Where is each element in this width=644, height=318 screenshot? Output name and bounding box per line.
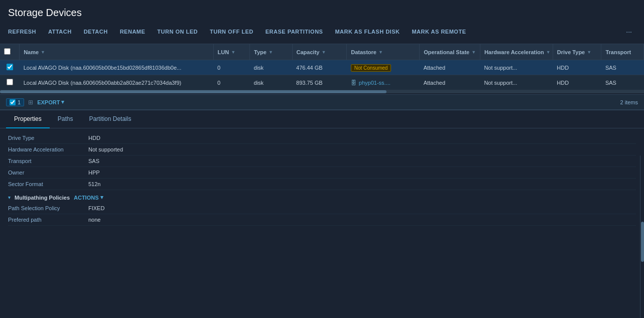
rename-button[interactable]: RENAME bbox=[114, 27, 152, 37]
table-row[interactable]: Local AVAGO Disk (naa.600605b00be15bd028… bbox=[0, 60, 644, 75]
multipathing-chevron-icon[interactable]: ▾ bbox=[8, 195, 11, 200]
storage-table: Name ▼ LUN ▼ Type ▼ bbox=[0, 44, 644, 90]
opstate-column-header: Operational State ▼ bbox=[420, 44, 480, 60]
export-label: EXPORT bbox=[37, 99, 60, 105]
prop-label-sector-format: Sector Format bbox=[8, 181, 88, 187]
refresh-button[interactable]: REFRESH bbox=[8, 27, 42, 37]
selected-badge-checkbox[interactable] bbox=[10, 99, 16, 105]
row-lun: 0 bbox=[213, 60, 249, 75]
row-checkbox-cell[interactable] bbox=[0, 75, 20, 90]
storage-table-container: Name ▼ LUN ▼ Type ▼ bbox=[0, 44, 644, 109]
items-count: 2 items bbox=[620, 99, 638, 105]
page-header: Storage Devices REFRESH ATTACH DETACH RE… bbox=[0, 0, 644, 44]
prop-label-hw-accel: Hardware Acceleration bbox=[8, 146, 88, 152]
datastore-filter-icon[interactable]: ▼ bbox=[378, 50, 383, 55]
more-options-button[interactable]: ··· bbox=[622, 26, 636, 38]
prop-owner: Owner HPP bbox=[8, 167, 636, 179]
selected-count: 1 bbox=[18, 99, 21, 105]
vertical-scrollbar[interactable] bbox=[640, 155, 644, 318]
mark-flash-disk-button[interactable]: MARK AS FLASH DISK bbox=[329, 27, 406, 37]
not-consumed-badge: Not Consumed bbox=[351, 64, 392, 72]
export-button[interactable]: EXPORT ▾ bbox=[37, 99, 64, 105]
type-column-header: Type ▼ bbox=[250, 44, 293, 60]
row-drivetype: HDD bbox=[553, 60, 601, 75]
vertical-scrollbar-thumb[interactable] bbox=[641, 222, 644, 262]
tab-partition-details[interactable]: Partition Details bbox=[81, 110, 139, 128]
actions-chevron-icon: ▾ bbox=[100, 194, 103, 201]
row-checkbox[interactable] bbox=[7, 64, 13, 70]
row-capacity: 476.44 GB bbox=[292, 60, 347, 75]
row-opstate: Attached bbox=[420, 60, 480, 75]
select-all-header[interactable] bbox=[0, 44, 20, 60]
tab-paths[interactable]: Paths bbox=[50, 110, 81, 128]
attach-button[interactable]: ATTACH bbox=[42, 27, 78, 37]
row-hwaccel: Not support... bbox=[480, 75, 553, 90]
properties-section: Properties Paths Partition Details Drive… bbox=[0, 109, 644, 230]
tabs-bar: Properties Paths Partition Details bbox=[0, 110, 644, 128]
tab-properties[interactable]: Properties bbox=[6, 110, 50, 128]
prop-value-sector-format: 512n bbox=[88, 181, 100, 187]
row-name: Local AVAGO Disk (naa.600605b00be15bd028… bbox=[20, 60, 213, 75]
name-header-label: Name bbox=[24, 49, 39, 55]
multipathing-section-header: ▾ Multipathing Policies ACTIONS ▾ bbox=[8, 190, 636, 203]
prop-label-transport: Transport bbox=[8, 158, 88, 164]
prop-value-path-selection: FIXED bbox=[88, 205, 104, 211]
row-checkbox-cell[interactable] bbox=[0, 60, 20, 75]
table-row[interactable]: Local AVAGO Disk (naa.600605b00abb2a802a… bbox=[0, 75, 644, 90]
horizontal-scrollbar[interactable] bbox=[0, 90, 644, 94]
name-column-header: Name ▼ bbox=[20, 44, 213, 60]
prop-label-preferred-path: Prefered path bbox=[8, 217, 88, 223]
properties-content: Drive Type HDD Hardware Acceleration Not… bbox=[0, 128, 644, 230]
row-lun: 0 bbox=[213, 75, 249, 90]
capacity-header-label: Capacity bbox=[297, 49, 320, 55]
detach-button[interactable]: DETACH bbox=[78, 27, 114, 37]
prop-transport: Transport SAS bbox=[8, 155, 636, 167]
row-type: disk bbox=[250, 75, 293, 90]
prop-value-hw-accel: Not supported bbox=[88, 146, 123, 152]
row-name: Local AVAGO Disk (naa.600605b00abb2a802a… bbox=[20, 75, 213, 90]
prop-sector-format: Sector Format 512n bbox=[8, 179, 636, 190]
prop-label-owner: Owner bbox=[8, 170, 88, 176]
lun-filter-icon[interactable]: ▼ bbox=[231, 50, 235, 55]
lun-header-label: LUN bbox=[218, 49, 229, 55]
type-filter-icon[interactable]: ▼ bbox=[269, 50, 273, 55]
row-hwaccel: Not support... bbox=[480, 60, 553, 75]
actions-button[interactable]: ACTIONS ▾ bbox=[74, 194, 103, 201]
erase-partitions-button[interactable]: ERASE PARTITIONS bbox=[260, 27, 329, 37]
prop-hardware-acceleration: Hardware Acceleration Not supported bbox=[8, 144, 636, 155]
datastore-link[interactable]: phyp01-ss.... bbox=[359, 80, 391, 86]
hwaccel-column-header: Hardware Acceleration ▼ bbox=[480, 44, 553, 60]
mark-remote-button[interactable]: MARK AS REMOTE bbox=[406, 27, 472, 37]
prop-value-preferred-path: none bbox=[88, 217, 100, 223]
turn-off-led-button[interactable]: TURN OFF LED bbox=[204, 27, 260, 37]
datastore-icon: 🗄 bbox=[351, 80, 356, 86]
page-title: Storage Devices bbox=[8, 7, 636, 19]
drivetype-filter-icon[interactable]: ▼ bbox=[587, 50, 591, 55]
row-type: disk bbox=[250, 60, 293, 75]
select-all-checkbox[interactable] bbox=[4, 48, 11, 55]
properties-left: Drive Type HDD Hardware Acceleration Not… bbox=[0, 132, 644, 226]
row-transport: SAS bbox=[601, 75, 644, 90]
prop-value-drive-type: HDD bbox=[88, 135, 100, 141]
columns-icon[interactable]: ⊞ bbox=[28, 99, 33, 106]
footer-left: 1 ⊞ EXPORT ▾ bbox=[6, 98, 64, 106]
row-capacity: 893.75 GB bbox=[292, 75, 347, 90]
multipathing-section-title: Multipathing Policies bbox=[15, 195, 70, 201]
capacity-filter-icon[interactable]: ▼ bbox=[321, 50, 326, 55]
row-transport: SAS bbox=[601, 60, 644, 75]
scrollbar-track bbox=[0, 90, 644, 93]
toolbar: REFRESH ATTACH DETACH RENAME TURN ON LED… bbox=[8, 23, 636, 41]
name-filter-icon[interactable]: ▼ bbox=[41, 50, 45, 55]
transport-column-header: Transport bbox=[601, 44, 644, 60]
prop-label-path-selection: Path Selection Policy bbox=[8, 205, 88, 211]
drivetype-column-header: Drive Type ▼ bbox=[553, 44, 601, 60]
prop-value-transport: SAS bbox=[88, 158, 99, 164]
datastore-header-label: Datastore bbox=[351, 49, 376, 55]
row-checkbox[interactable] bbox=[7, 79, 13, 85]
scrollbar-thumb[interactable] bbox=[0, 90, 387, 93]
export-chevron-icon: ▾ bbox=[61, 99, 64, 105]
selected-count-badge: 1 bbox=[6, 98, 24, 106]
opstate-filter-icon[interactable]: ▼ bbox=[471, 50, 476, 55]
hwaccel-filter-icon[interactable]: ▼ bbox=[546, 50, 551, 55]
turn-on-led-button[interactable]: TURN ON LED bbox=[151, 27, 204, 37]
